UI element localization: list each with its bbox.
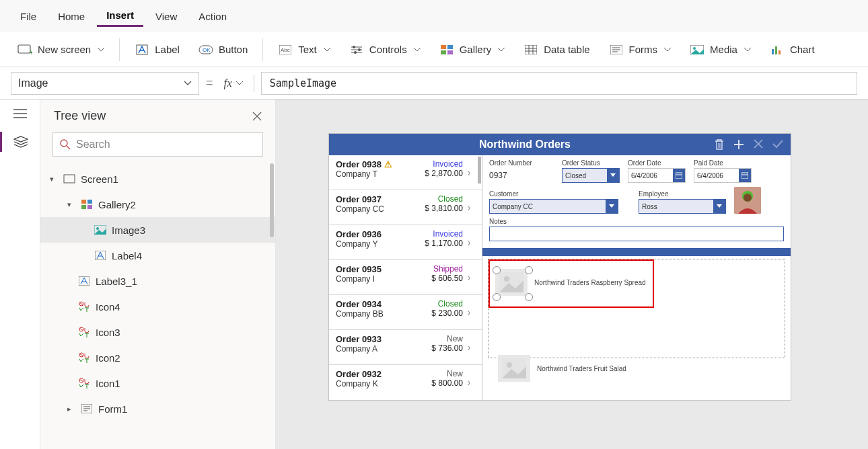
data-table-button[interactable]: Data table — [515, 40, 598, 60]
tree-node-label3-1[interactable]: Label3_1 — [40, 268, 275, 294]
order-date-input[interactable]: 6/4/2006 — [628, 168, 686, 183]
forms-button[interactable]: Forms — [601, 40, 680, 60]
scrollbar[interactable] — [478, 157, 481, 183]
gallery-button[interactable]: Gallery — [431, 40, 513, 60]
chevron-right-icon: › — [463, 264, 475, 290]
order-status-dropdown[interactable]: Closed — [562, 168, 620, 183]
order-row[interactable]: Order 0934 Company BB Closed $ 230.00 › — [329, 295, 482, 330]
gallery-template-selection[interactable]: Northwind Traders Raspberry Spread — [489, 259, 654, 308]
label-button[interactable]: Label — [126, 40, 188, 60]
menu-action[interactable]: Action — [189, 7, 236, 26]
form-icon — [79, 404, 94, 413]
label-label: Label — [155, 44, 180, 55]
svg-rect-19 — [775, 46, 777, 54]
gallery-label: Gallery — [460, 44, 492, 55]
menu-view[interactable]: View — [146, 7, 186, 26]
employee-avatar — [734, 187, 761, 214]
controls-button[interactable]: Controls — [341, 40, 429, 60]
svg-rect-26 — [87, 205, 92, 209]
chevron-down-icon — [324, 48, 330, 52]
svg-rect-25 — [81, 205, 86, 209]
customer-dropdown[interactable]: Company CC — [489, 199, 618, 214]
forms-icon — [609, 44, 624, 56]
order-row[interactable]: Order 0936 Company Y Invoiced $ 1,170.00… — [329, 225, 482, 260]
check-icon[interactable] — [772, 138, 784, 151]
employee-dropdown[interactable]: Ross — [639, 199, 726, 214]
tree-panel: Tree view Search ▾ Screen1 ▾ Gallery2 Im… — [40, 99, 276, 449]
svg-rect-37 — [742, 173, 748, 179]
property-selector[interactable]: Image — [11, 72, 199, 95]
scrollbar[interactable] — [270, 163, 274, 237]
svg-rect-18 — [772, 49, 774, 54]
tree-node-form1[interactable]: ▸ Form1 — [40, 396, 275, 421]
svg-point-28 — [96, 227, 99, 230]
order-row[interactable]: Order 0935 Company I Shipped $ 606.50 › — [329, 260, 482, 295]
resize-handle[interactable] — [493, 266, 501, 274]
tree-node-screen1[interactable]: ▾ Screen1 — [40, 166, 275, 192]
search-input[interactable]: Search — [52, 132, 263, 157]
svg-rect-10 — [441, 45, 446, 49]
ribbon: + New screen Label OK Button Abc Text Co… — [0, 32, 868, 67]
controls-label: Controls — [369, 44, 407, 55]
chevron-right-icon: › — [463, 334, 475, 360]
paid-date-input[interactable]: 6/4/2006 — [694, 168, 752, 183]
gallery-item-label: Northwind Traders Fruit Salad — [537, 365, 626, 372]
svg-rect-13 — [447, 50, 453, 54]
new-screen-button[interactable]: + New screen — [9, 40, 112, 60]
svg-rect-23 — [81, 200, 86, 204]
data-table-label: Data table — [544, 44, 589, 55]
chevron-right-icon: › — [463, 299, 475, 325]
tree-node-image3[interactable]: Image3 — [40, 217, 275, 243]
orders-list: Order 0938⚠ Company T Invoiced $ 2,870.0… — [329, 155, 482, 400]
trash-icon[interactable] — [714, 138, 725, 151]
notes-input[interactable] — [489, 227, 784, 241]
detail-gallery[interactable]: Northwind Traders Raspberry Spread North… — [488, 259, 785, 358]
svg-point-7 — [353, 46, 355, 48]
cancel-icon[interactable] — [753, 138, 764, 151]
gallery-image-placeholder[interactable] — [495, 269, 528, 296]
gallery-item[interactable]: Northwind Traders Fruit Salad — [498, 355, 626, 382]
button-button[interactable]: OK Button — [190, 40, 256, 60]
svg-rect-20 — [779, 50, 781, 54]
tree-node-gallery2[interactable]: ▾ Gallery2 — [40, 192, 275, 217]
button-icon: OK — [198, 44, 213, 56]
svg-text:OK: OK — [203, 47, 211, 53]
tree-node-icon3[interactable]: Icon3 — [40, 319, 275, 345]
chart-button[interactable]: Chart — [762, 40, 823, 60]
canvas[interactable]: Northwind Orders Order 0938⚠ Company T I… — [276, 99, 868, 449]
hamburger-icon[interactable] — [13, 109, 27, 118]
property-name: Image — [18, 77, 48, 89]
close-icon[interactable] — [252, 112, 262, 121]
resize-handle[interactable] — [493, 293, 501, 301]
menu-home[interactable]: Home — [48, 7, 94, 26]
tree-view-tab[interactable] — [0, 132, 40, 152]
order-date-label: Order Date — [628, 159, 686, 167]
tree-node-icon2[interactable]: Icon2 — [40, 345, 275, 370]
app-preview: Northwind Orders Order 0938⚠ Company T I… — [328, 133, 791, 401]
order-row[interactable]: Order 0937 Company CC Closed $ 3,810.00 … — [329, 190, 482, 225]
fx-button[interactable]: fx — [220, 77, 247, 90]
media-button[interactable]: Media — [682, 40, 759, 60]
media-icon — [690, 44, 704, 56]
chevron-down-icon — [236, 81, 243, 85]
chevron-down-icon — [744, 48, 751, 52]
tree-node-icon1[interactable]: Icon1 — [40, 370, 275, 396]
formula-bar: Image = fx SampleImage — [0, 67, 868, 99]
text-button[interactable]: Abc Text — [270, 40, 338, 60]
formula-input[interactable]: SampleImage — [261, 72, 857, 95]
order-row[interactable]: Order 0932 Company K New $ 800.00 › — [329, 365, 482, 400]
resize-handle[interactable] — [525, 293, 533, 301]
add-icon[interactable] — [733, 138, 745, 151]
label-icon — [93, 251, 108, 260]
resize-handle[interactable] — [525, 266, 533, 274]
forms-label: Forms — [629, 44, 658, 55]
tree-node-label4[interactable]: Label4 — [40, 243, 275, 268]
new-screen-label: New screen — [38, 44, 91, 55]
text-label: Text — [298, 44, 317, 55]
menu-insert[interactable]: Insert — [97, 5, 143, 27]
order-row[interactable]: Order 0933 Company A New $ 736.00 › — [329, 330, 482, 365]
svg-rect-12 — [441, 50, 446, 54]
tree-node-icon4[interactable]: Icon4 — [40, 294, 275, 319]
menu-file[interactable]: File — [11, 7, 46, 26]
order-row[interactable]: Order 0938⚠ Company T Invoiced $ 2,870.0… — [329, 155, 482, 190]
